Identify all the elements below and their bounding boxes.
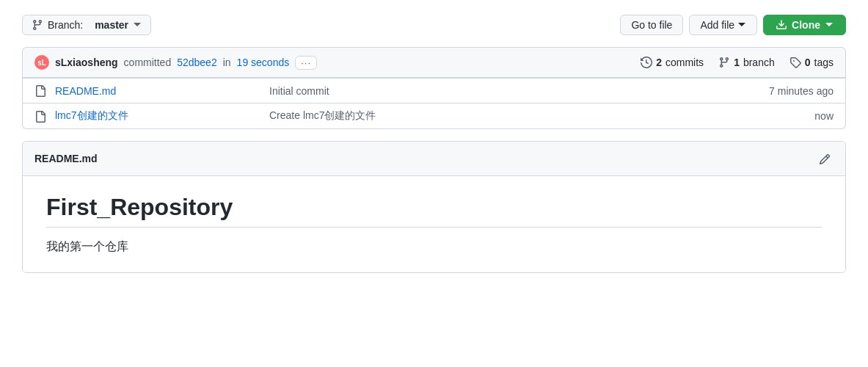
table-row: lmc7创建的文件 Create lmc7创建的文件 now — [23, 103, 845, 128]
branch-label: Branch: — [48, 19, 83, 31]
commit-hash[interactable]: 52dbee2 — [177, 57, 217, 68]
commit-dots-button[interactable]: ··· — [295, 56, 317, 70]
file-icon — [34, 84, 46, 97]
commits-count: 2 — [656, 57, 662, 68]
add-file-button[interactable]: Add file — [689, 15, 757, 35]
commits-label: commits — [665, 57, 704, 68]
file-name[interactable]: lmc7创建的文件 — [55, 109, 260, 123]
branches-stat[interactable]: 1 branch — [718, 57, 775, 68]
branch-selector[interactable]: Branch: master — [22, 15, 151, 35]
tags-label: tags — [814, 57, 834, 68]
chevron-down-icon — [737, 21, 746, 29]
table-row: README.md Initial commit 7 minutes ago — [23, 78, 845, 103]
download-icon — [776, 19, 787, 31]
commit-bar-left: sL sLxiaosheng committed 52dbee2 in 19 s… — [34, 55, 317, 70]
readme-body: First_Repository 我的第一个仓库 — [23, 176, 845, 272]
readme-paragraph: 我的第一个仓库 — [46, 239, 822, 255]
branch-stat-icon — [718, 57, 730, 68]
toolbar-left: Branch: master — [22, 15, 151, 35]
file-commit-message: Initial commit — [269, 85, 760, 97]
readme-section: README.md First_Repository 我的第一个仓库 — [22, 141, 846, 272]
tags-stat[interactable]: 0 tags — [789, 57, 834, 68]
toolbar-right: Go to file Add file Clone — [620, 15, 846, 35]
commit-author[interactable]: sLxiaosheng — [55, 57, 118, 68]
go-to-file-button[interactable]: Go to file — [620, 15, 683, 35]
chevron-down-icon — [825, 21, 834, 29]
file-time: now — [814, 110, 834, 122]
commit-action: committed — [124, 57, 172, 68]
history-icon — [641, 57, 652, 68]
branches-label: branch — [743, 57, 775, 68]
file-name[interactable]: README.md — [55, 85, 260, 97]
commit-time[interactable]: 19 seconds — [237, 57, 290, 68]
file-commit-message: Create lmc7创建的文件 — [269, 109, 806, 123]
chevron-down-icon — [133, 21, 142, 29]
branch-name: master — [95, 19, 128, 31]
branch-icon — [32, 19, 43, 31]
tag-icon — [789, 57, 801, 68]
commit-time-prep: in — [223, 57, 231, 68]
tags-count: 0 — [805, 57, 811, 68]
file-time: 7 minutes ago — [769, 85, 834, 97]
readme-filename: README.md — [34, 153, 98, 164]
toolbar: Branch: master Go to file Add file Clone — [22, 15, 846, 35]
commit-bar-right: 2 commits 1 branch 0 tags — [641, 57, 834, 68]
clone-button[interactable]: Clone — [763, 15, 846, 35]
readme-header: README.md — [23, 142, 845, 175]
edit-icon[interactable] — [816, 149, 834, 167]
file-table: README.md Initial commit 7 minutes ago l… — [22, 78, 846, 129]
readme-heading: First_Repository — [46, 194, 822, 228]
avatar: sL — [34, 55, 49, 70]
commit-bar: sL sLxiaosheng committed 52dbee2 in 19 s… — [22, 47, 846, 78]
commits-stat[interactable]: 2 commits — [641, 57, 704, 68]
branches-count: 1 — [734, 57, 740, 68]
file-icon — [34, 110, 46, 123]
